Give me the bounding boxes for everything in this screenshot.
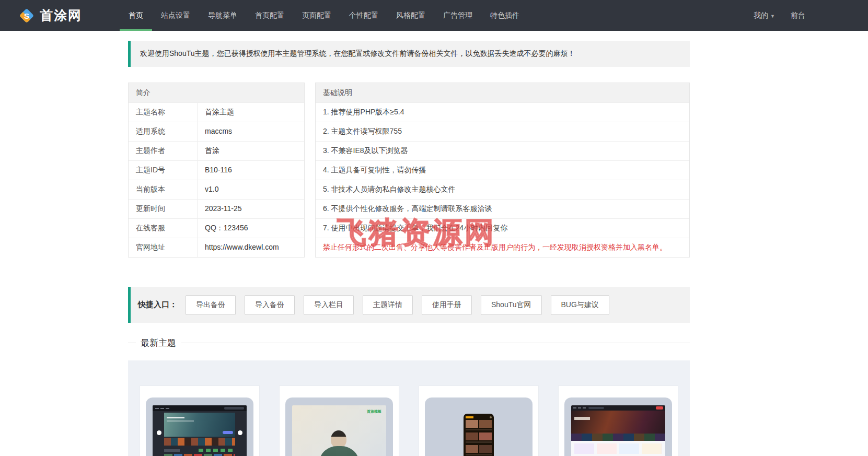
brand-name: 首涂网 [40,7,82,24]
quick-btn-export-backup[interactable]: 导出备份 [186,295,236,315]
theme1-mock-menu [164,449,235,452]
row-label: 当前版本 [129,180,198,199]
nav-item-home-config[interactable]: 首页配置 [246,0,293,31]
quick-btn-user-manual[interactable]: 使用手册 [422,295,472,315]
theme4-mock-feature-cards [574,443,662,454]
theme3-mock-header [466,416,492,418]
theme-card-3[interactable] [419,385,539,456]
info-tables: 简介 主题名称 首涂主题 适用系统 maccms 主题作者 首涂 主题ID号 B… [128,83,690,258]
notes-panel: 基础说明 1. 推荐使用PHP版本≥5.4 2. 主题文件读写权限755 3. … [315,83,690,258]
mock-search-bar [224,407,244,410]
welcome-alert-text: 欢迎使用ShouTu主题，您已获得授权使用本主题管理系统，在您配置或修改文件前请… [140,49,575,57]
table-row: 在线客服 QQ：123456 [129,218,304,238]
note-row: 3. 不兼容IE8及以下浏览器 [316,141,689,160]
table-row: 当前版本 v1.0 [129,180,304,199]
theme-card-1[interactable] [140,385,260,456]
official-site-link[interactable]: https://www.dkewl.com [198,238,304,257]
row-label: 主题作者 [129,142,198,160]
mock-arrow-right-icon [238,430,242,435]
theme3-preview-image [464,414,494,456]
theme1-mock-navbar [153,405,247,411]
row-value: 首涂主题 [198,103,304,122]
mock-dash [155,408,159,409]
navbar-right: 我的▼ 前台 [745,0,868,31]
mock-login-button [656,406,663,410]
mock-person-body [319,446,359,456]
theme-card-2[interactable]: 首涂模板 ▶ [279,385,399,456]
row-value: maccms [198,122,304,141]
mock-tabs [199,449,235,452]
row-label: 更新时间 [129,200,198,218]
mock-logo [466,416,473,418]
theme3-mock-thumb-row [466,420,492,428]
theme2-tablet-frame: 首涂模板 ▶ [285,397,393,456]
table-row: 适用系统 maccms [129,122,304,141]
quick-entry-label: 快捷入口： [138,300,177,310]
mock-dash [583,407,586,408]
quick-btn-theme-details[interactable]: 主题详情 [363,295,413,315]
row-label: 适用系统 [129,122,198,141]
mock-dash [573,407,576,408]
heading-line-left [128,343,136,343]
theme4-mock-poster-strip [571,434,665,441]
mock-caption [466,429,492,430]
nav-frontend-link[interactable]: 前台 [783,11,813,20]
nav-item-featured-plugins[interactable]: 特色插件 [481,0,528,31]
row-value: v1.0 [198,180,304,199]
mock-caption [466,441,492,443]
row-label: 主题名称 [129,103,198,122]
theme1-mock-hero [164,413,235,437]
theme4-preview-image [571,405,665,456]
intro-panel-title: 简介 [129,83,304,102]
nav-item-home[interactable]: 首页 [120,0,152,31]
intro-panel: 简介 主题名称 首涂主题 适用系统 maccms 主题作者 首涂 主题ID号 B… [128,83,305,258]
brand-logo[interactable]: S 首涂网 [18,0,82,31]
row-label: 官网地址 [129,238,198,257]
theme2-preview-image: 首涂模板 ▶ [292,405,386,456]
caret-down-icon: ▼ [770,14,775,19]
quick-btn-shoutu-official[interactable]: ShouTu官网 [481,295,542,315]
row-value: QQ：123456 [198,219,304,238]
nav-item-personalization-config[interactable]: 个性配置 [340,0,387,31]
latest-themes-band: 首涂模板 ▶ [128,360,690,456]
theme-card-4[interactable] [558,385,678,456]
note-row: 1. 推荐使用PHP版本≥5.4 [316,102,689,122]
welcome-alert: 欢迎使用ShouTu主题，您已获得授权使用本主题管理系统，在您配置或修改文件前请… [128,41,690,67]
mock-search-bar [588,407,604,409]
theme2-overlay-text: 首涂模板 [367,409,381,414]
nav-my-label: 我的 [754,11,768,19]
table-row: 主题ID号 B10-116 [129,160,304,180]
note-row: 4. 主题具备可复制性，请勿传播 [316,160,689,180]
nav-item-ad-management[interactable]: 广告管理 [434,0,481,31]
theme1-mock-poster-grid [164,454,235,456]
mock-dash [164,449,180,452]
license-warning-text: 禁止任何形式的二次出售、分享他人等侵害作者及正版用户的行为，一经发现取消授权资格… [316,238,689,257]
note-row: 2. 主题文件读写权限755 [316,122,689,141]
nav-item-nav-menu[interactable]: 导航菜单 [199,0,246,31]
mock-caption [466,454,492,455]
nav-item-site-settings[interactable]: 站点设置 [152,0,199,31]
mock-dash [578,407,581,408]
quick-btn-import-backup[interactable]: 导入备份 [245,295,295,315]
nav-my-dropdown[interactable]: 我的▼ [745,11,783,20]
theme4-mock-navbar [571,405,665,411]
table-row: 主题名称 首涂主题 [129,102,304,122]
table-row: 官网地址 https://www.dkewl.com [129,238,304,257]
mock-dash [160,408,164,409]
heading-line-right [181,343,690,343]
mock-arrow-left-icon [157,430,161,435]
mock-dash [166,408,169,409]
mock-subtitle [167,420,194,422]
quick-btn-import-categories[interactable]: 导入栏目 [304,295,354,315]
theme1-preview-image [153,405,247,456]
nav-item-page-config[interactable]: 页面配置 [293,0,340,31]
quick-btn-bug-suggestions[interactable]: BUG与建议 [551,295,609,315]
row-label: 主题ID号 [129,161,198,180]
nav-item-style-config[interactable]: 风格配置 [387,0,434,31]
mock-title [574,417,590,420]
brand-logo-icon: S [18,7,35,24]
svg-text:S: S [24,11,29,20]
latest-themes-title: 最新主题 [141,337,176,349]
theme1-mock-poster-strip [164,438,235,446]
note-row: 6. 不提供个性化修改服务，高端定制请联系客服洽谈 [316,199,689,218]
